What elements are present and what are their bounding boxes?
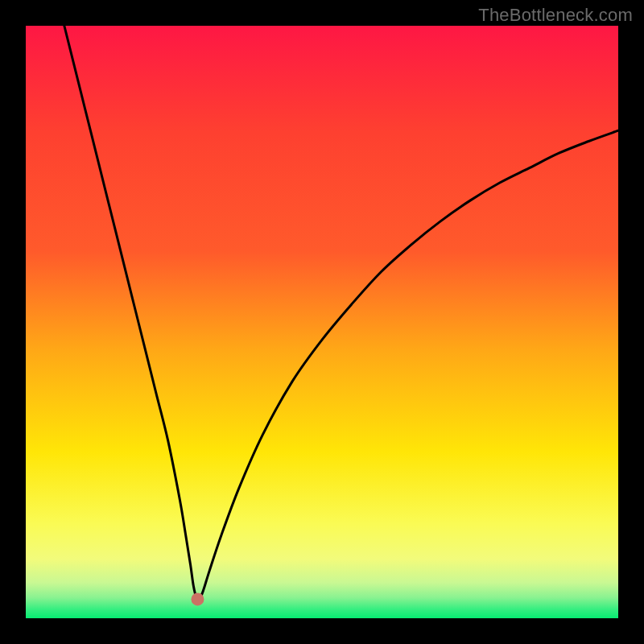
plot-svg bbox=[26, 26, 618, 618]
watermark-text: TheBottleneck.com bbox=[478, 5, 633, 26]
gradient-background bbox=[26, 26, 618, 618]
plot-area bbox=[26, 26, 618, 618]
chart-frame: TheBottleneck.com bbox=[0, 0, 644, 644]
minimum-point-marker bbox=[191, 592, 204, 605]
